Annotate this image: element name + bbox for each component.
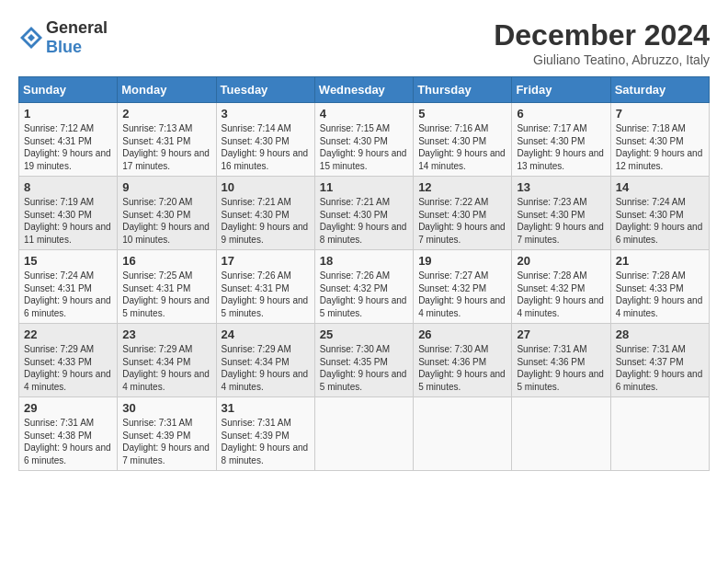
cell-content: Sunrise: 7:15 AM Sunset: 4:30 PM Dayligh… [320, 122, 408, 172]
sunrise-label: Sunrise: 7:29 AM [222, 344, 291, 354]
sunset-label: Sunset: 4:30 PM [418, 210, 486, 220]
cell-content: Sunrise: 7:19 AM Sunset: 4:30 PM Dayligh… [24, 196, 112, 246]
sunrise-label: Sunrise: 7:26 AM [222, 270, 291, 281]
cell-content: Sunrise: 7:28 AM Sunset: 4:32 PM Dayligh… [517, 270, 605, 319]
page-header: General Blue December 2024 Giuliano Teat… [18, 18, 710, 67]
day-number: 18 [320, 254, 408, 268]
title-section: December 2024 Giuliano Teatino, Abruzzo,… [494, 18, 710, 67]
calendar-cell: 10 Sunrise: 7:21 AM Sunset: 4:30 PM Dayl… [216, 177, 314, 250]
daylight-label: Daylight: 9 hours and 7 minutes. [122, 442, 210, 465]
cell-content: Sunrise: 7:31 AM Sunset: 4:39 PM Dayligh… [122, 417, 210, 466]
cell-content: Sunrise: 7:23 AM Sunset: 4:30 PM Dayligh… [517, 196, 605, 246]
cell-content: Sunrise: 7:26 AM Sunset: 4:32 PM Dayligh… [320, 270, 408, 319]
cell-content: Sunrise: 7:30 AM Sunset: 4:35 PM Dayligh… [320, 343, 408, 393]
month-title: December 2024 [494, 18, 710, 52]
logo-icon [18, 25, 44, 51]
cell-content: Sunrise: 7:20 AM Sunset: 4:30 PM Dayligh… [122, 196, 210, 246]
sunset-label: Sunset: 4:30 PM [222, 210, 290, 220]
daylight-label: Daylight: 9 hours and 4 minutes. [122, 369, 210, 392]
cell-content: Sunrise: 7:27 AM Sunset: 4:32 PM Dayligh… [418, 270, 506, 319]
day-number: 25 [320, 327, 408, 341]
sunset-label: Sunset: 4:32 PM [517, 283, 585, 293]
daylight-label: Daylight: 9 hours and 8 minutes. [320, 222, 407, 245]
sunset-label: Sunset: 4:38 PM [24, 431, 92, 441]
cell-content: Sunrise: 7:16 AM Sunset: 4:30 PM Dayligh… [418, 122, 506, 172]
daylight-label: Daylight: 9 hours and 5 minutes. [320, 295, 407, 318]
daylight-label: Daylight: 9 hours and 15 minutes. [320, 148, 407, 171]
calendar-cell [512, 397, 610, 471]
cell-content: Sunrise: 7:24 AM Sunset: 4:31 PM Dayligh… [24, 270, 112, 319]
sunrise-label: Sunrise: 7:13 AM [122, 123, 192, 133]
daylight-label: Daylight: 9 hours and 17 minutes. [122, 148, 210, 171]
sunrise-label: Sunrise: 7:24 AM [24, 270, 94, 281]
daylight-label: Daylight: 9 hours and 4 minutes. [24, 369, 111, 392]
day-number: 8 [24, 180, 112, 194]
calendar-week-1: 1 Sunrise: 7:12 AM Sunset: 4:31 PM Dayli… [19, 103, 710, 177]
sunrise-label: Sunrise: 7:25 AM [122, 270, 192, 281]
day-number: 13 [517, 180, 605, 194]
sunrise-label: Sunrise: 7:23 AM [517, 197, 586, 207]
daylight-label: Daylight: 9 hours and 5 minutes. [222, 295, 309, 318]
col-wednesday: Wednesday [314, 77, 413, 103]
calendar-cell: 13 Sunrise: 7:23 AM Sunset: 4:30 PM Dayl… [512, 177, 610, 250]
sunset-label: Sunset: 4:30 PM [517, 210, 585, 220]
daylight-label: Daylight: 9 hours and 19 minutes. [24, 148, 111, 171]
sunset-label: Sunset: 4:30 PM [517, 136, 585, 146]
sunrise-label: Sunrise: 7:28 AM [517, 270, 586, 281]
daylight-label: Daylight: 9 hours and 6 minutes. [616, 369, 703, 392]
sunset-label: Sunset: 4:35 PM [320, 357, 388, 367]
daylight-label: Daylight: 9 hours and 14 minutes. [418, 148, 506, 171]
cell-content: Sunrise: 7:29 AM Sunset: 4:34 PM Dayligh… [122, 343, 210, 393]
daylight-label: Daylight: 9 hours and 5 minutes. [320, 369, 407, 392]
day-number: 16 [122, 254, 210, 268]
calendar-cell: 16 Sunrise: 7:25 AM Sunset: 4:31 PM Dayl… [118, 250, 216, 324]
calendar-cell: 26 Sunrise: 7:30 AM Sunset: 4:36 PM Dayl… [414, 324, 512, 397]
calendar-cell [610, 397, 709, 471]
calendar-cell: 3 Sunrise: 7:14 AM Sunset: 4:30 PM Dayli… [216, 103, 314, 177]
logo-blue: Blue [46, 38, 82, 56]
day-number: 21 [616, 254, 704, 268]
calendar-cell: 15 Sunrise: 7:24 AM Sunset: 4:31 PM Dayl… [19, 250, 118, 324]
sunset-label: Sunset: 4:30 PM [320, 210, 388, 220]
sunset-label: Sunset: 4:31 PM [122, 136, 190, 146]
daylight-label: Daylight: 9 hours and 8 minutes. [222, 442, 309, 465]
sunrise-label: Sunrise: 7:18 AM [616, 123, 686, 133]
col-saturday: Saturday [610, 77, 709, 103]
cell-content: Sunrise: 7:24 AM Sunset: 4:30 PM Dayligh… [616, 196, 704, 246]
sunset-label: Sunset: 4:31 PM [24, 283, 92, 293]
sunrise-label: Sunrise: 7:30 AM [418, 344, 488, 354]
sunrise-label: Sunrise: 7:29 AM [24, 344, 94, 354]
day-number: 12 [418, 180, 506, 194]
sunset-label: Sunset: 4:34 PM [222, 357, 290, 367]
sunrise-label: Sunrise: 7:22 AM [418, 197, 488, 207]
sunset-label: Sunset: 4:30 PM [616, 136, 684, 146]
day-number: 31 [222, 401, 310, 415]
daylight-label: Daylight: 9 hours and 7 minutes. [517, 222, 604, 245]
sunset-label: Sunset: 4:30 PM [418, 136, 486, 146]
sunrise-label: Sunrise: 7:21 AM [222, 197, 291, 207]
cell-content: Sunrise: 7:14 AM Sunset: 4:30 PM Dayligh… [222, 122, 310, 172]
calendar-cell: 4 Sunrise: 7:15 AM Sunset: 4:30 PM Dayli… [314, 103, 413, 177]
day-number: 24 [222, 327, 310, 341]
day-number: 29 [24, 401, 112, 415]
sunset-label: Sunset: 4:30 PM [616, 210, 684, 220]
calendar-cell: 14 Sunrise: 7:24 AM Sunset: 4:30 PM Dayl… [610, 177, 709, 250]
calendar-cell: 23 Sunrise: 7:29 AM Sunset: 4:34 PM Dayl… [118, 324, 216, 397]
cell-content: Sunrise: 7:18 AM Sunset: 4:30 PM Dayligh… [616, 122, 704, 172]
sunrise-label: Sunrise: 7:28 AM [616, 270, 686, 281]
day-number: 6 [517, 107, 605, 121]
cell-content: Sunrise: 7:25 AM Sunset: 4:31 PM Dayligh… [122, 270, 210, 319]
calendar-cell: 1 Sunrise: 7:12 AM Sunset: 4:31 PM Dayli… [19, 103, 118, 177]
calendar-cell: 22 Sunrise: 7:29 AM Sunset: 4:33 PM Dayl… [19, 324, 118, 397]
sunrise-label: Sunrise: 7:29 AM [122, 344, 192, 354]
calendar-week-4: 22 Sunrise: 7:29 AM Sunset: 4:33 PM Dayl… [19, 324, 710, 397]
cell-content: Sunrise: 7:31 AM Sunset: 4:38 PM Dayligh… [24, 417, 112, 466]
daylight-label: Daylight: 9 hours and 11 minutes. [24, 222, 111, 245]
daylight-label: Daylight: 9 hours and 10 minutes. [122, 222, 210, 245]
sunrise-label: Sunrise: 7:19 AM [24, 197, 94, 207]
col-monday: Monday [118, 77, 216, 103]
day-number: 3 [222, 107, 310, 121]
sunset-label: Sunset: 4:32 PM [320, 283, 388, 293]
sunset-label: Sunset: 4:39 PM [222, 431, 290, 441]
sunrise-label: Sunrise: 7:31 AM [616, 344, 686, 354]
